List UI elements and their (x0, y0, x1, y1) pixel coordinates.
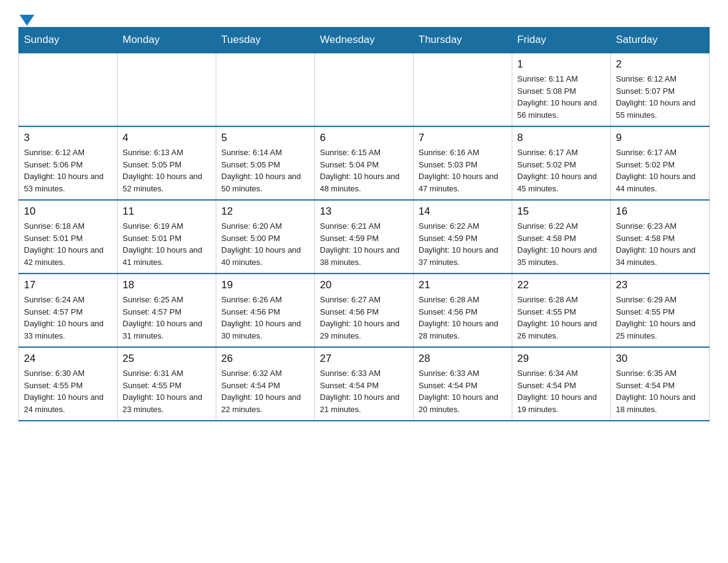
day-info: Sunrise: 6:22 AM Sunset: 4:58 PM Dayligh… (517, 220, 605, 268)
day-header-sunday: Sunday (19, 28, 118, 53)
day-number: 30 (616, 353, 704, 365)
calendar-cell: 18Sunrise: 6:25 AM Sunset: 4:57 PM Dayli… (118, 274, 216, 347)
day-info: Sunrise: 6:24 AM Sunset: 4:57 PM Dayligh… (24, 294, 112, 342)
day-info: Sunrise: 6:35 AM Sunset: 4:54 PM Dayligh… (616, 367, 704, 415)
day-number: 13 (320, 205, 408, 218)
day-info: Sunrise: 6:15 AM Sunset: 5:04 PM Dayligh… (320, 147, 408, 194)
day-number: 10 (24, 205, 112, 218)
day-number: 2 (616, 58, 704, 71)
day-info: Sunrise: 6:19 AM Sunset: 5:01 PM Dayligh… (123, 220, 211, 268)
logo (18, 12, 36, 21)
calendar-cell: 9Sunrise: 6:17 AM Sunset: 5:02 PM Daylig… (611, 126, 710, 200)
day-info: Sunrise: 6:22 AM Sunset: 4:59 PM Dayligh… (419, 220, 507, 268)
calendar-cell (19, 53, 118, 126)
calendar-cell: 24Sunrise: 6:30 AM Sunset: 4:55 PM Dayli… (19, 347, 118, 421)
day-info: Sunrise: 6:34 AM Sunset: 4:54 PM Dayligh… (517, 367, 605, 415)
day-header-thursday: Thursday (414, 28, 512, 53)
day-number: 27 (320, 353, 408, 365)
day-header-wednesday: Wednesday (315, 28, 414, 53)
calendar-cell: 16Sunrise: 6:23 AM Sunset: 4:58 PM Dayli… (611, 200, 710, 274)
day-number: 4 (123, 132, 211, 144)
calendar-cell: 28Sunrise: 6:33 AM Sunset: 4:54 PM Dayli… (414, 347, 512, 421)
day-info: Sunrise: 6:12 AM Sunset: 5:06 PM Dayligh… (24, 147, 112, 194)
day-number: 21 (419, 279, 507, 291)
day-info: Sunrise: 6:28 AM Sunset: 4:56 PM Dayligh… (419, 294, 507, 342)
logo-arrow-icon (20, 15, 34, 26)
calendar-week-1: 1Sunrise: 6:11 AM Sunset: 5:08 PM Daylig… (19, 53, 710, 126)
day-number: 19 (221, 279, 309, 291)
day-number: 1 (517, 58, 605, 71)
day-number: 20 (320, 279, 408, 291)
day-info: Sunrise: 6:11 AM Sunset: 5:08 PM Dayligh… (517, 73, 605, 121)
calendar-cell (315, 53, 414, 126)
day-number: 14 (419, 205, 507, 218)
day-info: Sunrise: 6:30 AM Sunset: 4:55 PM Dayligh… (24, 367, 112, 415)
calendar-cell: 19Sunrise: 6:26 AM Sunset: 4:56 PM Dayli… (216, 274, 315, 347)
day-info: Sunrise: 6:18 AM Sunset: 5:01 PM Dayligh… (24, 220, 112, 268)
calendar-cell: 12Sunrise: 6:20 AM Sunset: 5:00 PM Dayli… (216, 200, 315, 274)
calendar-week-5: 24Sunrise: 6:30 AM Sunset: 4:55 PM Dayli… (19, 347, 710, 421)
calendar-cell: 4Sunrise: 6:13 AM Sunset: 5:05 PM Daylig… (118, 126, 216, 200)
day-number: 17 (24, 279, 112, 291)
calendar-cell: 10Sunrise: 6:18 AM Sunset: 5:01 PM Dayli… (19, 200, 118, 274)
calendar-cell: 26Sunrise: 6:32 AM Sunset: 4:54 PM Dayli… (216, 347, 315, 421)
day-number: 6 (320, 132, 408, 144)
calendar-header-row: SundayMondayTuesdayWednesdayThursdayFrid… (19, 28, 710, 53)
day-info: Sunrise: 6:23 AM Sunset: 4:58 PM Dayligh… (616, 220, 704, 268)
day-number: 7 (419, 132, 507, 144)
calendar-cell: 25Sunrise: 6:31 AM Sunset: 4:55 PM Dayli… (118, 347, 216, 421)
day-number: 18 (123, 279, 211, 291)
day-number: 23 (616, 279, 704, 291)
day-number: 12 (221, 205, 309, 218)
day-number: 16 (616, 205, 704, 218)
day-info: Sunrise: 6:21 AM Sunset: 4:59 PM Dayligh… (320, 220, 408, 268)
calendar-cell: 5Sunrise: 6:14 AM Sunset: 5:05 PM Daylig… (216, 126, 315, 200)
calendar-week-2: 3Sunrise: 6:12 AM Sunset: 5:06 PM Daylig… (19, 126, 710, 200)
calendar-cell: 21Sunrise: 6:28 AM Sunset: 4:56 PM Dayli… (414, 274, 512, 347)
page-header (18, 12, 710, 21)
calendar-cell: 6Sunrise: 6:15 AM Sunset: 5:04 PM Daylig… (315, 126, 414, 200)
day-number: 25 (123, 353, 211, 365)
day-number: 9 (616, 132, 704, 144)
calendar-week-4: 17Sunrise: 6:24 AM Sunset: 4:57 PM Dayli… (19, 274, 710, 347)
calendar-cell: 7Sunrise: 6:16 AM Sunset: 5:03 PM Daylig… (414, 126, 512, 200)
day-number: 3 (24, 132, 112, 144)
calendar-cell (414, 53, 512, 126)
day-number: 15 (517, 205, 605, 218)
day-info: Sunrise: 6:26 AM Sunset: 4:56 PM Dayligh… (221, 294, 309, 342)
calendar-cell: 30Sunrise: 6:35 AM Sunset: 4:54 PM Dayli… (611, 347, 710, 421)
day-info: Sunrise: 6:25 AM Sunset: 4:57 PM Dayligh… (123, 294, 211, 342)
calendar-cell: 13Sunrise: 6:21 AM Sunset: 4:59 PM Dayli… (315, 200, 414, 274)
calendar-cell: 2Sunrise: 6:12 AM Sunset: 5:07 PM Daylig… (611, 53, 710, 126)
day-header-tuesday: Tuesday (216, 28, 315, 53)
calendar-cell: 8Sunrise: 6:17 AM Sunset: 5:02 PM Daylig… (512, 126, 611, 200)
day-info: Sunrise: 6:28 AM Sunset: 4:55 PM Dayligh… (517, 294, 605, 342)
day-number: 22 (517, 279, 605, 291)
calendar-cell: 11Sunrise: 6:19 AM Sunset: 5:01 PM Dayli… (118, 200, 216, 274)
day-info: Sunrise: 6:27 AM Sunset: 4:56 PM Dayligh… (320, 294, 408, 342)
calendar-cell: 1Sunrise: 6:11 AM Sunset: 5:08 PM Daylig… (512, 53, 611, 126)
day-info: Sunrise: 6:17 AM Sunset: 5:02 PM Dayligh… (517, 147, 605, 194)
calendar-cell: 3Sunrise: 6:12 AM Sunset: 5:06 PM Daylig… (19, 126, 118, 200)
day-number: 11 (123, 205, 211, 218)
day-info: Sunrise: 6:16 AM Sunset: 5:03 PM Dayligh… (419, 147, 507, 194)
day-info: Sunrise: 6:14 AM Sunset: 5:05 PM Dayligh… (221, 147, 309, 194)
day-number: 8 (517, 132, 605, 144)
day-info: Sunrise: 6:33 AM Sunset: 4:54 PM Dayligh… (320, 367, 408, 415)
day-info: Sunrise: 6:32 AM Sunset: 4:54 PM Dayligh… (221, 367, 309, 415)
day-number: 29 (517, 353, 605, 365)
day-number: 28 (419, 353, 507, 365)
day-header-monday: Monday (118, 28, 216, 53)
calendar-cell: 29Sunrise: 6:34 AM Sunset: 4:54 PM Dayli… (512, 347, 611, 421)
calendar-cell: 14Sunrise: 6:22 AM Sunset: 4:59 PM Dayli… (414, 200, 512, 274)
calendar-cell (118, 53, 216, 126)
calendar-cell: 17Sunrise: 6:24 AM Sunset: 4:57 PM Dayli… (19, 274, 118, 347)
day-number: 26 (221, 353, 309, 365)
calendar-cell: 15Sunrise: 6:22 AM Sunset: 4:58 PM Dayli… (512, 200, 611, 274)
day-header-saturday: Saturday (611, 28, 710, 53)
day-info: Sunrise: 6:29 AM Sunset: 4:55 PM Dayligh… (616, 294, 704, 342)
calendar-cell: 23Sunrise: 6:29 AM Sunset: 4:55 PM Dayli… (611, 274, 710, 347)
day-info: Sunrise: 6:12 AM Sunset: 5:07 PM Dayligh… (616, 73, 704, 121)
day-number: 24 (24, 353, 112, 365)
calendar-cell (216, 53, 315, 126)
